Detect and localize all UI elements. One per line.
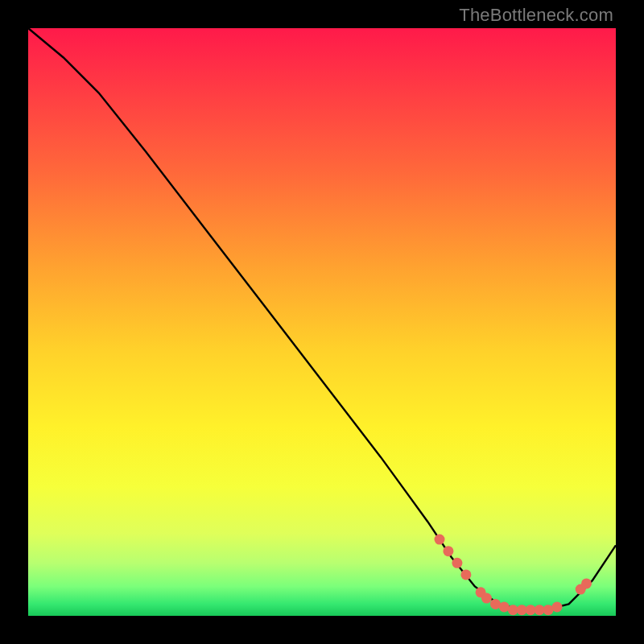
watermark-text: TheBottleneck.com <box>459 5 613 26</box>
data-marker <box>452 558 462 568</box>
chart-frame: TheBottleneck.com <box>0 0 644 644</box>
data-marker <box>581 578 592 588</box>
bottleneck-curve <box>28 28 616 610</box>
curve-layer <box>28 28 616 616</box>
plot-area <box>28 28 616 616</box>
marker-layer <box>435 535 592 616</box>
data-marker <box>443 546 453 556</box>
data-marker <box>543 605 554 615</box>
data-marker <box>499 602 510 613</box>
data-marker <box>481 593 492 604</box>
data-marker <box>552 602 563 613</box>
data-marker <box>460 569 471 580</box>
data-marker <box>435 535 445 545</box>
